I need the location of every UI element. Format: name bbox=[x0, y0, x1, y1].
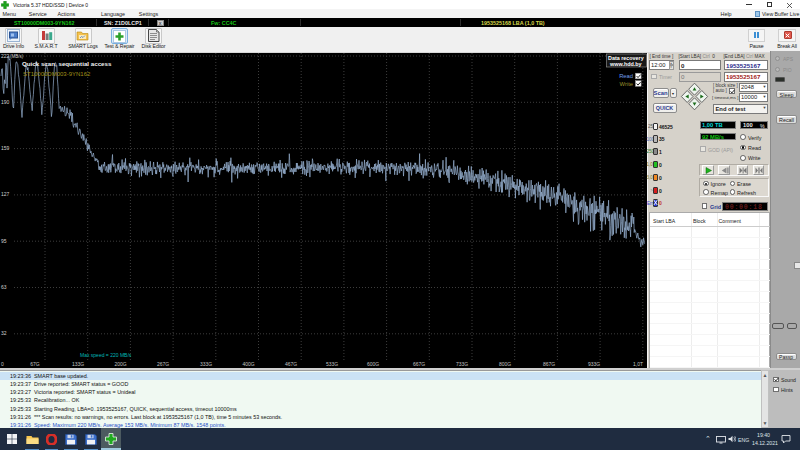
svg-text:800G: 800G bbox=[499, 361, 511, 367]
svg-text:Write: Write bbox=[620, 81, 633, 87]
svg-text:95: 95 bbox=[1, 238, 7, 244]
svg-text:www.hdd.by: www.hdd.by bbox=[609, 61, 642, 67]
svg-text:1,0T: 1,0T bbox=[633, 361, 643, 367]
svg-text:ST10000DM003-9YN162: ST10000DM003-9YN162 bbox=[23, 71, 91, 77]
svg-text:333G: 333G bbox=[200, 361, 212, 367]
svg-text:600G: 600G bbox=[367, 361, 379, 367]
svg-text:(MB/s): (MB/s) bbox=[10, 54, 24, 59]
svg-text:190: 190 bbox=[1, 99, 10, 105]
svg-text:200G: 200G bbox=[114, 361, 126, 367]
svg-text:159: 159 bbox=[1, 145, 10, 151]
svg-text:467G: 467G bbox=[285, 361, 297, 367]
svg-text:Read: Read bbox=[619, 73, 633, 79]
svg-text:133G: 133G bbox=[72, 361, 84, 367]
svg-text:267G: 267G bbox=[157, 361, 169, 367]
svg-text:63: 63 bbox=[1, 284, 7, 290]
svg-text:933G: 933G bbox=[588, 361, 600, 367]
svg-text:400G: 400G bbox=[242, 361, 254, 367]
svg-text:127: 127 bbox=[1, 191, 10, 197]
svg-text:Max speed = 220 MB/s: Max speed = 220 MB/s bbox=[80, 352, 132, 358]
svg-text:67G: 67G bbox=[30, 361, 40, 367]
svg-text:0: 0 bbox=[1, 361, 4, 367]
svg-text:Quick scan, sequential access: Quick scan, sequential access bbox=[22, 60, 112, 67]
svg-text:667G: 667G bbox=[413, 361, 425, 367]
svg-text:533G: 533G bbox=[326, 361, 338, 367]
svg-text:867G: 867G bbox=[543, 361, 555, 367]
svg-text:32: 32 bbox=[1, 330, 7, 336]
svg-text:733G: 733G bbox=[456, 361, 468, 367]
